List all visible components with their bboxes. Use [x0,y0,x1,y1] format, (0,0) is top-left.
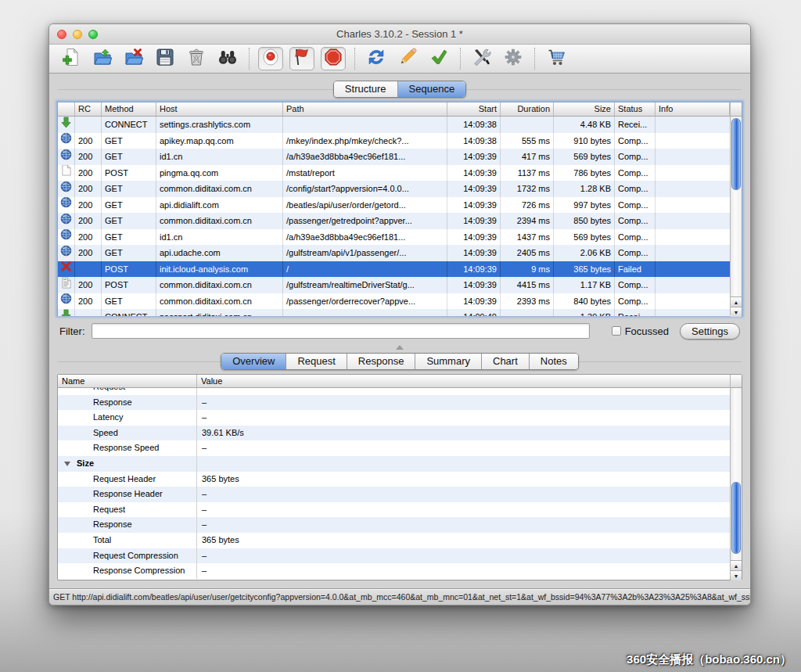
window-titlebar[interactable]: Charles 3.10.2 - Session 1 * [49,24,750,45]
detail-row[interactable]: Speed39.61 KB/s [58,426,730,441]
overview-table-header: Name Value [58,375,742,388]
toolbar-tools-button[interactable] [469,47,494,70]
filter-input[interactable] [92,323,590,339]
table-row[interactable]: 200GETapikey.map.qq.com/mkey/index.php/m… [58,133,742,149]
scrollbar-thumb[interactable] [731,118,741,190]
toolbar-new-session-button[interactable] [59,47,84,70]
detail-row[interactable]: Response Header– [58,487,730,502]
table-row[interactable]: 200GETid1.cn/a/h39ae3d8bba49ec96ef181...… [58,229,742,246]
requests-scrollbar[interactable]: ▲ ▼ [730,102,742,315]
detail-row[interactable]: Response– [58,395,730,411]
new-session-icon [62,48,81,70]
cell-icon [58,181,75,197]
scroll-up-button[interactable]: ▲ [731,560,742,570]
detail-row[interactable]: Total365 bytes [58,533,730,548]
detail-row[interactable]: Latency– [58,410,730,426]
column-header-path[interactable]: Path [283,102,447,116]
zoom-button[interactable] [88,30,98,39]
cell-info [656,117,742,133]
toolbar-open-session-button[interactable] [90,47,115,70]
toolbar-validate-button[interactable] [426,47,451,70]
column-header-start[interactable]: Start [447,102,501,116]
column-header-duration[interactable]: Duration [501,102,554,116]
toolbar-breakpoints-button[interactable] [289,47,314,70]
splitter-handle[interactable] [396,345,404,350]
toolbar-refresh-button[interactable] [364,47,389,70]
toolbar-save-session-button[interactable] [153,47,178,70]
detail-row[interactable]: Response Compression– [58,563,730,579]
tab-structure[interactable]: Structure [334,81,397,97]
toolbar-close-session-button[interactable] [121,47,146,70]
collapse-triangle-icon[interactable] [64,462,70,466]
detail-row[interactable]: Request– [58,388,730,395]
group-row[interactable]: Size [58,456,730,472]
row-value: 365 bytes [197,472,730,487]
table-row[interactable]: CONNECTsettings.crashlytics.com14:09:384… [58,117,742,133]
tab-request[interactable]: Request [286,354,346,369]
tab-sequence[interactable]: Sequence [397,81,466,97]
scrollbar-track[interactable] [731,117,742,296]
detail-row[interactable]: Response– [58,517,730,533]
cell-path [283,309,447,316]
detail-row[interactable]: Request– [58,502,730,518]
scroll-down-button[interactable]: ▼ [731,570,742,580]
table-row[interactable]: CONNECTpassport.diditaxi.com.cn14:09:401… [58,309,742,316]
table-row[interactable]: 200GETid1.cn/a/h39ae3d8bba49ec96ef181...… [58,149,742,165]
cell-icon [58,293,75,310]
cell-rc: 200 [75,213,102,229]
column-header-size[interactable]: Size [554,102,615,116]
detail-row[interactable]: Request Compression– [58,548,730,564]
column-header-host[interactable]: Host [156,102,283,116]
cell-status: Comp... [615,229,656,246]
tab-summary[interactable]: Summary [415,354,481,369]
tab-overview[interactable]: Overview [221,354,286,369]
overview-scrollbar[interactable]: ▲ ▼ [730,375,742,580]
tab-response[interactable]: Response [347,354,415,369]
close-button[interactable] [57,30,66,39]
focussed-checkbox[interactable] [612,326,621,336]
column-header-info[interactable]: Info [656,102,730,116]
toolbar-stop-button[interactable] [321,47,346,70]
detail-row[interactable]: Request Header365 bytes [58,472,730,487]
table-row[interactable]: 200GETapi.udache.com/gulfstream/api/v1/p… [58,245,742,261]
row-value [197,456,730,472]
cell-icon [58,149,75,165]
table-row[interactable]: 200GETcommon.diditaxi.com.cn/passenger/o… [58,293,742,310]
table-row[interactable]: 200GETcommon.diditaxi.com.cn/passenger/g… [58,213,742,229]
cell-status: Failed [615,261,656,278]
toolbar-find-button[interactable] [215,47,240,70]
minimize-button[interactable] [73,30,82,39]
column-header-status[interactable]: Status [615,102,656,116]
cell-start: 14:09:39 [447,213,501,229]
tab-chart[interactable]: Chart [481,354,529,369]
scrollbar-track[interactable] [731,388,742,560]
detail-row[interactable]: Response Speed– [58,440,730,456]
settings-button[interactable]: Settings [680,323,740,340]
cell-start: 14:09:39 [447,261,501,278]
main-content: StructureSequence RCMethodHostPathStartD… [49,81,750,596]
cell-size: 569 bytes [554,229,615,246]
find-icon [218,48,237,70]
toolbar-clear-session-button[interactable] [184,47,209,70]
cell-rc [75,309,102,316]
toolbar-record-button[interactable] [258,47,283,70]
tab-notes[interactable]: Notes [529,354,578,369]
name-column-header: Name [58,375,197,387]
scrollbar-thumb[interactable] [731,482,741,554]
table-row[interactable]: POSTinit.icloud-analysis.com/14:09:399 m… [58,261,742,278]
table-row[interactable]: 200GETapi.didialift.com/beatles/api/user… [58,197,742,214]
globe-icon [60,133,72,149]
scroll-down-button[interactable]: ▼ [731,307,742,317]
table-row[interactable]: 200POSTcommon.diditaxi.com.cn/gulfstream… [58,277,742,293]
cell-icon [58,197,75,214]
table-row[interactable]: 200POSTpingma.qq.com/mstat/report14:09:3… [58,165,742,181]
column-header-method[interactable]: Method [102,102,156,116]
column-header-icon[interactable] [58,102,75,116]
toolbar-shopping-cart-button[interactable] [544,47,569,70]
column-header-rc[interactable]: RC [75,102,102,116]
toolbar-edit-button[interactable] [395,47,420,70]
table-row[interactable]: 200GETcommon.diditaxi.com.cn/config/star… [58,181,742,197]
scroll-up-button[interactable]: ▲ [731,296,742,307]
toolbar-settings-button[interactable] [501,47,526,70]
requests-table-body: CONNECTsettings.crashlytics.com14:09:384… [58,117,742,316]
